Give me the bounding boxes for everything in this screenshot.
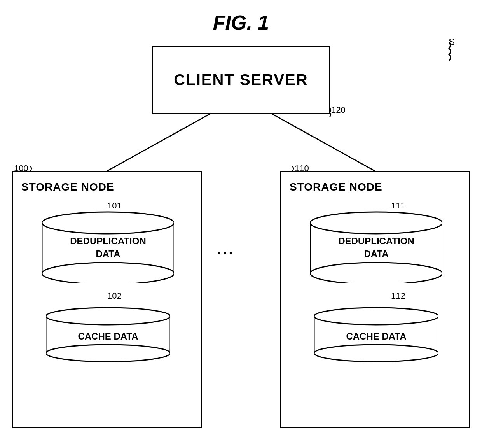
cache-right-ref: 112 — [391, 291, 405, 301]
svg-point-5 — [42, 262, 174, 283]
svg-point-6 — [42, 212, 174, 234]
storage-node-right-ref: 110 — [295, 163, 309, 173]
svg-line-0 — [107, 114, 210, 171]
right-cache-cylinder: CACHE DATA — [314, 304, 438, 365]
svg-point-18 — [310, 262, 442, 283]
system-ref-label: S — [449, 37, 455, 47]
left-cache-cylinder: CACHE DATA — [46, 304, 170, 365]
right-dedup-cylinder: DEDUPLICATION DATA — [310, 207, 442, 283]
svg-point-13 — [46, 308, 170, 325]
svg-point-12 — [46, 345, 170, 362]
svg-text:CACHE DATA: CACHE DATA — [78, 331, 138, 341]
svg-text:DEDUPLICATION: DEDUPLICATION — [338, 236, 414, 246]
svg-text:CACHE DATA: CACHE DATA — [346, 331, 406, 341]
cache-left-ref: 102 — [107, 291, 122, 301]
svg-point-25 — [314, 345, 438, 362]
client-server-box: CLIENT SERVER — [152, 46, 330, 114]
storage-node-right: STORAGE NODE DEDUPLICATION DATA CACHE DA… — [280, 171, 470, 428]
svg-text:DATA: DATA — [364, 248, 388, 259]
storage-node-left: STORAGE NODE DEDUPLICATION DATA CACHE DA… — [12, 171, 202, 428]
diagram-container: FIG. 1 S CLIENT SERVER 120 STORAGE NODE … — [0, 0, 482, 448]
svg-point-26 — [314, 308, 438, 325]
figure-title: FIG. 1 — [0, 11, 482, 34]
svg-text:DEDUPLICATION: DEDUPLICATION — [70, 236, 146, 246]
storage-node-left-ref: 100 — [14, 163, 28, 173]
dots-separator: ... — [217, 240, 234, 258]
dedup-right-ref: 111 — [391, 201, 405, 211]
client-server-ref: 120 — [331, 105, 346, 115]
client-server-label: CLIENT SERVER — [174, 71, 308, 89]
left-dedup-cylinder: DEDUPLICATION DATA — [42, 207, 174, 283]
svg-text:DATA: DATA — [96, 248, 120, 259]
svg-line-1 — [272, 114, 375, 171]
storage-node-left-label: STORAGE NODE — [21, 181, 114, 193]
dedup-left-ref: 101 — [107, 201, 122, 211]
storage-node-right-label: STORAGE NODE — [290, 181, 382, 193]
svg-point-19 — [310, 212, 442, 234]
